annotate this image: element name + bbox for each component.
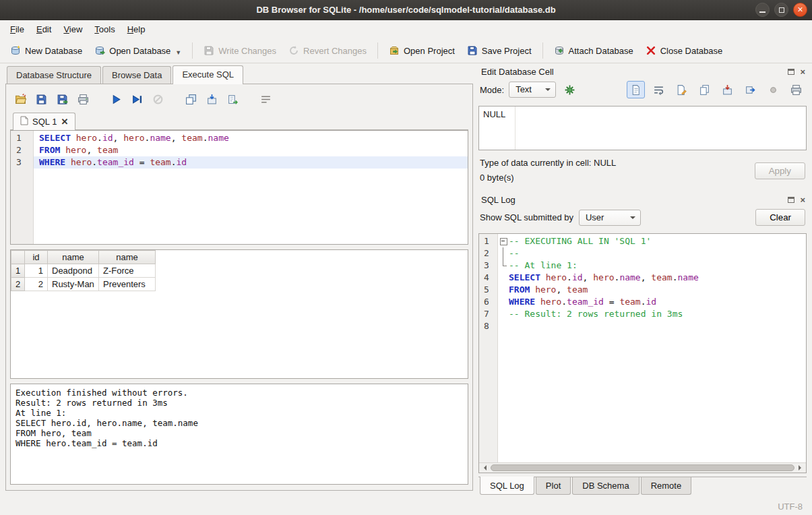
- clear-log-button[interactable]: Clear: [755, 209, 805, 226]
- export-sql-button[interactable]: [224, 90, 242, 108]
- tab-sql-log[interactable]: SQL Log: [480, 477, 534, 495]
- grid-cell[interactable]: Rusty-Man: [48, 278, 99, 291]
- scroll-left-button[interactable]: [479, 463, 490, 473]
- open-sql-file-button[interactable]: [11, 90, 30, 108]
- export-cell-data-button[interactable]: [741, 81, 759, 98]
- row-header[interactable]: 2: [11, 278, 25, 291]
- float-panel-icon[interactable]: [788, 69, 794, 75]
- tab-database-structure[interactable]: Database Structure: [7, 66, 101, 84]
- print-cell-button[interactable]: [787, 81, 805, 98]
- maximize-button[interactable]: [774, 3, 788, 17]
- line-number: 8: [484, 320, 497, 332]
- grid-cell[interactable]: 1: [25, 264, 48, 278]
- open-database-button[interactable]: Open Database ▼: [88, 42, 187, 59]
- submitted-by-combobox[interactable]: User: [579, 210, 641, 226]
- sql-token: hero: [71, 157, 92, 167]
- execute-current-line-button[interactable]: [128, 90, 146, 108]
- tab-browse-data[interactable]: Browse Data: [102, 66, 171, 84]
- editor-line-number-gutter: 123: [11, 131, 34, 244]
- open-query-new-tab-button[interactable]: [182, 90, 200, 108]
- cell-settings-button[interactable]: [561, 81, 579, 98]
- sql-token: [540, 272, 546, 282]
- sql-token: .: [92, 157, 97, 167]
- set-null-button[interactable]: [764, 81, 782, 98]
- edit-in-external-app-button[interactable]: [673, 81, 691, 98]
- attach-database-button[interactable]: Attach Database: [548, 42, 639, 59]
- sql-token: [65, 157, 71, 167]
- column-header[interactable]: name: [99, 251, 156, 264]
- text-mode-button[interactable]: [627, 81, 645, 98]
- sql-editor[interactable]: 123 SELECT hero.id, hero.name, team.name…: [10, 130, 468, 245]
- scroll-right-button[interactable]: [795, 463, 806, 473]
- code-line[interactable]: WHERE hero.team_id = team.id: [34, 156, 468, 169]
- cell-value-editor[interactable]: NULL: [478, 106, 807, 150]
- grid-cell[interactable]: Deadpond: [48, 264, 99, 278]
- column-header[interactable]: id: [25, 251, 48, 264]
- sql-token: .: [641, 297, 646, 307]
- scrollbar-thumb[interactable]: [491, 464, 794, 471]
- sql-token: [530, 284, 535, 295]
- write-changes-button: Write Changes: [197, 42, 282, 59]
- close-sql-tab-icon[interactable]: ✕: [61, 117, 68, 127]
- save-sql-file-as-button[interactable]: [53, 90, 71, 108]
- row-header[interactable]: 1: [11, 264, 25, 278]
- code-line[interactable]: SELECT hero.id, hero.name, team.name: [34, 132, 468, 144]
- sql-token: hero: [65, 145, 86, 155]
- new-database-button[interactable]: New Database: [4, 42, 88, 59]
- menu-tools[interactable]: Tools: [88, 22, 121, 37]
- editor-code-area[interactable]: SELECT hero.id, hero.name, team.nameFROM…: [34, 131, 468, 244]
- execute-all-button[interactable]: [107, 90, 125, 108]
- close-database-button[interactable]: Close Database: [639, 42, 729, 59]
- sql-file-icon: [20, 116, 28, 127]
- tab-plot[interactable]: Plot: [536, 477, 571, 495]
- menubar: File Edit View Tools Help: [0, 20, 812, 38]
- menu-file[interactable]: File: [4, 22, 30, 37]
- menu-help[interactable]: Help: [121, 22, 152, 37]
- menu-view[interactable]: View: [57, 22, 88, 37]
- fold-guide: [498, 284, 509, 296]
- tab-remote[interactable]: Remote: [641, 477, 692, 495]
- open-project-button[interactable]: Open Project: [383, 42, 461, 59]
- import-sql-button[interactable]: [203, 90, 221, 108]
- sql-document-tab[interactable]: SQL 1 ✕: [13, 113, 75, 130]
- sql-token: hero: [76, 133, 97, 143]
- tab-execute-sql[interactable]: Execute SQL: [173, 65, 243, 84]
- save-project-button[interactable]: Save Project: [461, 42, 538, 59]
- menu-edit[interactable]: Edit: [30, 22, 57, 37]
- edit-cell-title: Edit Database Cell: [481, 67, 554, 77]
- close-panel-icon[interactable]: ×: [800, 67, 805, 76]
- sql-token: team_id: [97, 157, 134, 167]
- tab-db-schema[interactable]: DB Schema: [572, 477, 639, 495]
- column-header[interactable]: name: [48, 251, 99, 264]
- log-text: FROM hero, team: [509, 284, 588, 296]
- sql-log-body: 12345678 -- EXECUTING ALL IN 'SQL 1'----…: [479, 234, 806, 462]
- print-button[interactable]: [74, 90, 92, 108]
- sql-token: ,: [556, 284, 567, 295]
- close-button[interactable]: ×: [793, 3, 807, 17]
- sql-token: .: [567, 272, 572, 282]
- import-cell-data-button[interactable]: [718, 81, 737, 98]
- sql-token: team: [97, 145, 118, 155]
- cell-size-line: 0 byte(s): [480, 171, 755, 185]
- sql-token: WHERE: [509, 297, 535, 307]
- line-number: 1: [484, 235, 497, 247]
- minimize-button[interactable]: [755, 3, 770, 17]
- grid-cell[interactable]: Preventers: [99, 278, 156, 291]
- mode-combobox[interactable]: Text: [509, 82, 556, 98]
- fold-guide: [498, 260, 509, 272]
- copy-cell-button[interactable]: [695, 81, 714, 98]
- fold-toggle-icon[interactable]: [498, 235, 509, 247]
- close-panel-icon[interactable]: ×: [800, 195, 805, 204]
- word-wrap-button[interactable]: [257, 90, 275, 108]
- log-content[interactable]: -- EXECUTING ALL IN 'SQL 1'---- At line …: [498, 234, 806, 462]
- code-line[interactable]: FROM hero, team: [34, 144, 468, 156]
- open-database-dropdown-arrow[interactable]: ▼: [175, 49, 181, 56]
- save-sql-file-button[interactable]: [32, 90, 51, 108]
- grid-cell[interactable]: Z-Force: [99, 264, 156, 278]
- grid-corner[interactable]: [11, 251, 25, 264]
- sql-token: FROM: [39, 145, 60, 155]
- float-panel-icon[interactable]: [788, 197, 794, 203]
- grid-cell[interactable]: 2: [25, 278, 48, 291]
- encoding-indicator[interactable]: UTF-8: [778, 502, 803, 512]
- cell-word-wrap-button[interactable]: [650, 81, 668, 98]
